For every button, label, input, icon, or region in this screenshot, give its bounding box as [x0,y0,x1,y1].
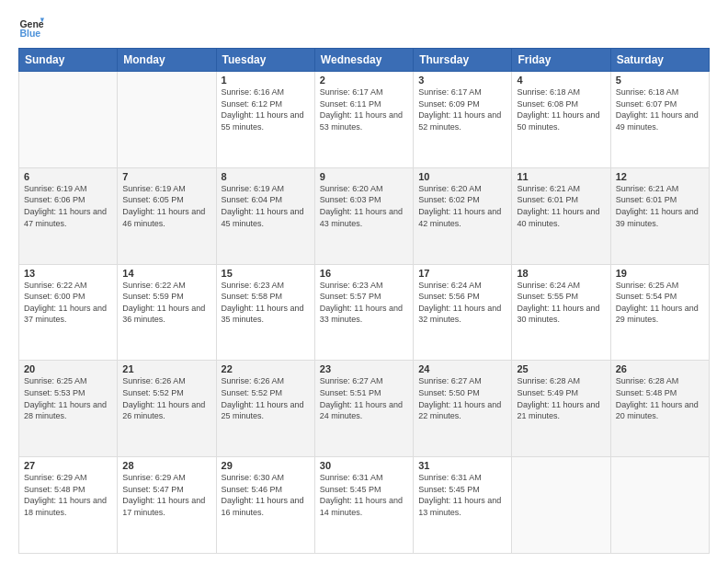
calendar-cell [512,457,610,554]
day-number: 16 [320,268,408,279]
day-info: Sunrise: 6:19 AMSunset: 6:06 PMDaylight:… [24,183,112,229]
day-number: 5 [616,75,704,86]
week-row-5: 27Sunrise: 6:29 AMSunset: 5:48 PMDayligh… [19,457,710,554]
day-info: Sunrise: 6:22 AMSunset: 6:00 PMDaylight:… [24,280,112,326]
header: General Blue [18,15,710,40]
calendar-cell [19,72,118,168]
calendar-cell: 9Sunrise: 6:20 AMSunset: 6:03 PMDaylight… [314,167,413,264]
day-number: 29 [222,460,310,471]
weekday-header-sunday: Sunday [19,49,118,72]
day-number: 2 [320,75,408,86]
day-number: 1 [222,75,310,86]
calendar-cell: 3Sunrise: 6:17 AMSunset: 6:09 PMDaylight… [414,72,512,168]
calendar-cell: 27Sunrise: 6:29 AMSunset: 5:48 PMDayligh… [19,457,118,554]
day-number: 15 [222,268,310,279]
calendar-cell: 15Sunrise: 6:23 AMSunset: 5:58 PMDayligh… [216,264,314,361]
calendar-cell [610,457,709,554]
day-number: 14 [122,268,210,279]
day-number: 10 [418,171,506,182]
day-number: 25 [517,363,605,374]
calendar-cell: 14Sunrise: 6:22 AMSunset: 5:59 PMDayligh… [118,264,216,361]
calendar-cell: 22Sunrise: 6:26 AMSunset: 5:52 PMDayligh… [216,361,314,457]
day-number: 31 [418,460,506,471]
day-info: Sunrise: 6:29 AMSunset: 5:47 PMDaylight:… [122,472,210,518]
day-number: 24 [418,363,506,374]
day-info: Sunrise: 6:21 AMSunset: 6:01 PMDaylight:… [517,183,605,229]
calendar-cell: 25Sunrise: 6:28 AMSunset: 5:49 PMDayligh… [512,361,610,457]
weekday-header-row: SundayMondayTuesdayWednesdayThursdayFrid… [19,49,710,72]
day-number: 23 [320,363,408,374]
day-number: 12 [616,171,704,182]
day-info: Sunrise: 6:28 AMSunset: 5:49 PMDaylight:… [517,375,605,421]
day-number: 19 [616,268,704,279]
svg-text:Blue: Blue [19,28,40,39]
calendar-cell: 20Sunrise: 6:25 AMSunset: 5:53 PMDayligh… [19,361,118,457]
day-info: Sunrise: 6:20 AMSunset: 6:02 PMDaylight:… [418,183,506,229]
calendar-cell: 12Sunrise: 6:21 AMSunset: 6:01 PMDayligh… [610,167,709,264]
week-row-1: 1Sunrise: 6:16 AMSunset: 6:12 PMDaylight… [19,72,710,168]
calendar-cell: 1Sunrise: 6:16 AMSunset: 6:12 PMDaylight… [216,72,314,168]
day-number: 26 [616,363,704,374]
calendar-cell: 18Sunrise: 6:24 AMSunset: 5:55 PMDayligh… [512,264,610,361]
day-number: 3 [418,75,506,86]
day-number: 22 [222,363,310,374]
day-info: Sunrise: 6:31 AMSunset: 5:45 PMDaylight:… [418,472,506,518]
calendar-cell: 8Sunrise: 6:19 AMSunset: 6:04 PMDaylight… [216,167,314,264]
day-info: Sunrise: 6:28 AMSunset: 5:48 PMDaylight:… [616,375,704,421]
calendar-cell: 31Sunrise: 6:31 AMSunset: 5:45 PMDayligh… [414,457,512,554]
calendar-cell: 4Sunrise: 6:18 AMSunset: 6:08 PMDaylight… [512,72,610,168]
day-info: Sunrise: 6:19 AMSunset: 6:05 PMDaylight:… [122,183,210,229]
day-info: Sunrise: 6:25 AMSunset: 5:53 PMDaylight:… [24,375,112,421]
calendar-cell [118,72,216,168]
day-info: Sunrise: 6:26 AMSunset: 5:52 PMDaylight:… [222,375,310,421]
day-info: Sunrise: 6:21 AMSunset: 6:01 PMDaylight:… [616,183,704,229]
day-number: 7 [122,171,210,182]
day-number: 30 [320,460,408,471]
day-info: Sunrise: 6:19 AMSunset: 6:04 PMDaylight:… [222,183,310,229]
day-number: 18 [517,268,605,279]
calendar-cell: 2Sunrise: 6:17 AMSunset: 6:11 PMDaylight… [314,72,413,168]
day-number: 20 [24,363,112,374]
day-info: Sunrise: 6:20 AMSunset: 6:03 PMDaylight:… [320,183,408,229]
day-info: Sunrise: 6:16 AMSunset: 6:12 PMDaylight:… [222,86,310,132]
day-number: 28 [122,460,210,471]
calendar-cell: 16Sunrise: 6:23 AMSunset: 5:57 PMDayligh… [314,264,413,361]
calendar-cell: 28Sunrise: 6:29 AMSunset: 5:47 PMDayligh… [118,457,216,554]
calendar-cell: 19Sunrise: 6:25 AMSunset: 5:54 PMDayligh… [610,264,709,361]
calendar-cell: 10Sunrise: 6:20 AMSunset: 6:02 PMDayligh… [414,167,512,264]
week-row-3: 13Sunrise: 6:22 AMSunset: 6:00 PMDayligh… [19,264,710,361]
day-info: Sunrise: 6:24 AMSunset: 5:55 PMDaylight:… [517,280,605,326]
day-info: Sunrise: 6:23 AMSunset: 5:58 PMDaylight:… [222,280,310,326]
day-info: Sunrise: 6:25 AMSunset: 5:54 PMDaylight:… [616,280,704,326]
calendar-cell: 13Sunrise: 6:22 AMSunset: 6:00 PMDayligh… [19,264,118,361]
calendar-cell: 11Sunrise: 6:21 AMSunset: 6:01 PMDayligh… [512,167,610,264]
day-info: Sunrise: 6:18 AMSunset: 6:08 PMDaylight:… [517,86,605,132]
day-info: Sunrise: 6:18 AMSunset: 6:07 PMDaylight:… [616,86,704,132]
calendar-page: General Blue SundayMondayTuesdayWednesda… [0,0,728,563]
day-info: Sunrise: 6:27 AMSunset: 5:51 PMDaylight:… [320,375,408,421]
weekday-header-saturday: Saturday [610,49,709,72]
day-info: Sunrise: 6:29 AMSunset: 5:48 PMDaylight:… [24,472,112,518]
day-number: 8 [222,171,310,182]
calendar-cell: 21Sunrise: 6:26 AMSunset: 5:52 PMDayligh… [118,361,216,457]
day-info: Sunrise: 6:17 AMSunset: 6:11 PMDaylight:… [320,86,408,132]
day-number: 13 [24,268,112,279]
day-info: Sunrise: 6:27 AMSunset: 5:50 PMDaylight:… [418,375,506,421]
week-row-4: 20Sunrise: 6:25 AMSunset: 5:53 PMDayligh… [19,361,710,457]
calendar-cell: 23Sunrise: 6:27 AMSunset: 5:51 PMDayligh… [314,361,413,457]
day-number: 11 [517,171,605,182]
calendar-cell: 17Sunrise: 6:24 AMSunset: 5:56 PMDayligh… [414,264,512,361]
calendar-cell: 5Sunrise: 6:18 AMSunset: 6:07 PMDaylight… [610,72,709,168]
logo-icon: General Blue [18,15,44,40]
day-number: 4 [517,75,605,86]
day-info: Sunrise: 6:31 AMSunset: 5:45 PMDaylight:… [320,472,408,518]
week-row-2: 6Sunrise: 6:19 AMSunset: 6:06 PMDaylight… [19,167,710,264]
day-number: 21 [122,363,210,374]
day-number: 17 [418,268,506,279]
day-number: 9 [320,171,408,182]
weekday-header-thursday: Thursday [414,49,512,72]
day-info: Sunrise: 6:30 AMSunset: 5:46 PMDaylight:… [222,472,310,518]
weekday-header-wednesday: Wednesday [314,49,413,72]
day-info: Sunrise: 6:22 AMSunset: 5:59 PMDaylight:… [122,280,210,326]
day-number: 27 [24,460,112,471]
